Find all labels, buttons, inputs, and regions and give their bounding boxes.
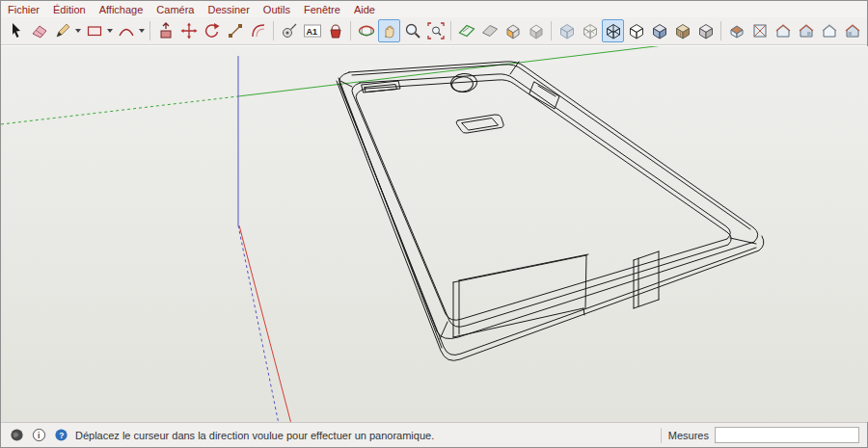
shapes-tool-button[interactable] [83, 19, 105, 42]
move-tool-button[interactable] [177, 19, 200, 42]
back-edges-cube-icon [581, 21, 600, 40]
right-view-button[interactable] [795, 19, 817, 42]
toolbar: A1 [1, 17, 867, 45]
sketchup-window: Fichier Édition Affichage Caméra Dessine… [0, 0, 868, 448]
zoom-tool-button[interactable] [401, 19, 423, 42]
hidden-line-style-button[interactable] [625, 19, 647, 42]
push-pull-tool-button[interactable] [154, 19, 176, 42]
arc-tool-button[interactable] [115, 19, 137, 42]
wireframe-cube-icon [604, 21, 623, 40]
orbit-icon [357, 21, 376, 40]
rectangle-shape-icon [85, 21, 104, 40]
toolbar-separator [551, 21, 552, 40]
measurements-label: Mesures [668, 430, 709, 441]
zoom-extents-icon [426, 21, 446, 40]
menu-item-aide[interactable]: Aide [347, 3, 382, 16]
top-view-button[interactable] [748, 19, 771, 42]
menu-item-camera[interactable]: Caméra [149, 3, 201, 16]
eraser-tool-button[interactable] [28, 19, 50, 42]
offset-tool-button[interactable] [247, 19, 269, 42]
zoom-extents-button[interactable] [424, 19, 447, 42]
measurements-box: Mesures [668, 427, 859, 443]
textured-cube-icon [673, 21, 692, 40]
line-tool-button[interactable] [51, 19, 73, 42]
gray-cube-icon [527, 21, 546, 40]
menu-item-fenetre[interactable]: Fenêtre [297, 3, 347, 16]
front-house-icon [773, 21, 793, 40]
wireframe-style-button[interactable] [602, 19, 624, 42]
push-pull-icon [156, 21, 176, 40]
chevron-down-icon [107, 29, 113, 33]
move-arrows-icon [179, 21, 199, 40]
section-fill-icon [480, 21, 500, 40]
offset-icon [249, 21, 268, 40]
back-house-icon [820, 21, 839, 40]
section-display-button[interactable] [502, 19, 524, 42]
chevron-down-icon [75, 29, 81, 33]
status-message: Déplacez le curseur dans la direction vo… [75, 430, 654, 441]
pan-hand-icon [380, 21, 399, 40]
shaded-style-button[interactable] [648, 19, 670, 42]
line-tool-dropdown[interactable] [74, 19, 82, 42]
chevron-down-icon [139, 29, 145, 33]
magnifier-icon [403, 21, 422, 40]
measurements-input[interactable] [715, 427, 859, 443]
orbit-tool-button[interactable] [355, 19, 377, 42]
pan-tool-button[interactable] [378, 19, 400, 42]
section-plane-button[interactable] [455, 19, 477, 42]
monochrome-cube-icon [696, 21, 716, 40]
toolbar-separator [149, 21, 150, 40]
viewport-background [1, 46, 868, 422]
select-tool-button[interactable] [5, 19, 27, 42]
scale-icon [226, 21, 245, 40]
arc-tool-dropdown[interactable] [138, 19, 146, 42]
svg-text:i: i [38, 431, 40, 440]
text-tool-icon: A1 [303, 21, 322, 40]
menu-item-affichage[interactable]: Affichage [93, 3, 150, 16]
pencil-icon [53, 21, 72, 40]
xray-style-button[interactable] [556, 19, 578, 42]
shapes-tool-dropdown[interactable] [106, 19, 114, 42]
section-plane-icon [457, 21, 476, 40]
section-fill-button[interactable] [478, 19, 501, 42]
right-house-icon [797, 21, 816, 40]
globe-icon [10, 428, 24, 442]
credits-button[interactable]: i [31, 428, 46, 443]
iso-view-button[interactable] [725, 19, 747, 42]
toolbar-separator [720, 21, 721, 40]
geolocation-button[interactable] [9, 428, 24, 443]
tape-measure-tool-button[interactable] [278, 19, 300, 42]
back-view-button[interactable] [818, 19, 840, 42]
svg-text:?: ? [59, 431, 64, 440]
iso-house-icon [727, 21, 746, 40]
help-button[interactable]: ? [53, 428, 68, 443]
menu-bar: Fichier Édition Affichage Caméra Dessine… [1, 1, 867, 17]
textured-style-button[interactable] [671, 19, 693, 42]
toolbar-separator [273, 21, 274, 40]
statusbar-separator [661, 428, 662, 443]
rotate-icon [203, 21, 222, 40]
back-edges-style-button[interactable] [579, 19, 601, 42]
select-arrow-icon [7, 21, 26, 40]
modeling-viewport[interactable] [1, 45, 867, 422]
xray-cube-icon [557, 21, 577, 40]
paint-bucket-tool-button[interactable] [324, 19, 346, 42]
front-view-button[interactable] [772, 19, 794, 42]
text-tool-button[interactable]: A1 [301, 19, 323, 42]
eraser-icon [30, 21, 49, 40]
top-view-icon [750, 21, 770, 40]
left-view-button[interactable] [841, 19, 863, 42]
menu-item-fichier[interactable]: Fichier [1, 3, 46, 16]
section-cube-icon [503, 21, 523, 40]
rotate-tool-button[interactable] [201, 19, 223, 42]
section-cuts-button[interactable] [525, 19, 547, 42]
hidden-line-cube-icon [627, 21, 646, 40]
status-bar: i ? Déplacez le curseur dans la directio… [1, 422, 867, 447]
monochrome-style-button[interactable] [694, 19, 717, 42]
scale-tool-button[interactable] [224, 19, 246, 42]
menu-item-edition[interactable]: Édition [46, 3, 93, 16]
paint-bucket-icon [326, 21, 345, 40]
menu-item-outils[interactable]: Outils [257, 3, 297, 16]
tape-measure-icon [280, 21, 299, 40]
menu-item-dessiner[interactable]: Dessiner [201, 3, 256, 16]
